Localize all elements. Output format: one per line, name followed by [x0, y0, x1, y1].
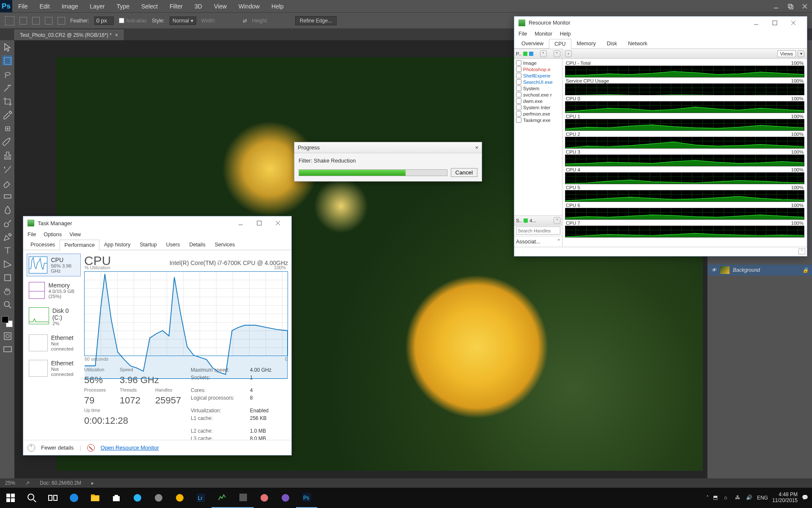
- chevron-down-icon[interactable]: ˅: [798, 248, 805, 254]
- rm-tab-network[interactable]: Network: [623, 39, 653, 48]
- rm-menu-help[interactable]: Help: [560, 31, 571, 37]
- app-icon-3[interactable]: [254, 488, 275, 508]
- tm-card-eth1[interactable]: EthernetNot connected: [27, 357, 81, 380]
- chevron-up-icon[interactable]: ˄: [540, 50, 547, 57]
- rm-tab-memory[interactable]: Memory: [571, 39, 601, 48]
- ps-menu-help[interactable]: Help: [266, 3, 290, 10]
- tool-eraser[interactable]: [2, 177, 12, 188]
- rm-process-checkbox[interactable]: [516, 60, 521, 66]
- color-swatches[interactable]: [2, 316, 13, 327]
- rm-process-checkbox[interactable]: [516, 111, 521, 116]
- rm-minimize-button[interactable]: [747, 17, 765, 29]
- rm-maximize-button[interactable]: [765, 17, 784, 29]
- rm-tab-cpu[interactable]: CPU: [549, 39, 571, 49]
- chevron-down-icon[interactable]: ˅: [554, 217, 560, 224]
- ps-menu-select[interactable]: Select: [135, 3, 164, 10]
- tray-clock[interactable]: 4:48 PM 11/20/2015: [772, 492, 798, 504]
- photoshop-taskbar-icon[interactable]: Ps: [296, 488, 317, 508]
- tool-stamp[interactable]: [2, 150, 12, 160]
- tool-move[interactable]: [2, 42, 12, 52]
- rm-section-services[interactable]: S.. 4... ˅: [514, 215, 562, 226]
- layer-visibility-icon[interactable]: 👁: [711, 267, 717, 273]
- status-flyout-icon[interactable]: ▸: [91, 480, 94, 486]
- tray-icon-1[interactable]: ⬒: [713, 494, 720, 501]
- tool-type[interactable]: [2, 245, 12, 255]
- ps-menu-layer[interactable]: Layer: [84, 3, 111, 10]
- app-icon-1[interactable]: [148, 488, 169, 508]
- tray-icon-2[interactable]: ⌂: [724, 494, 731, 501]
- rm-process-row[interactable]: System Inter: [514, 104, 562, 110]
- app-icon-4[interactable]: [275, 488, 296, 508]
- edge-icon[interactable]: [63, 488, 85, 508]
- rm-process-checkbox[interactable]: [516, 86, 521, 91]
- search-button[interactable]: [21, 488, 42, 508]
- selection-mode-intersect-icon[interactable]: [58, 17, 65, 25]
- tm-close-button[interactable]: [269, 216, 287, 230]
- ps-menu-type[interactable]: Type: [111, 3, 135, 10]
- feather-input[interactable]: [94, 17, 114, 25]
- selection-mode-new-icon[interactable]: [19, 17, 27, 25]
- tool-shape[interactable]: [2, 272, 12, 282]
- chevron-right-icon[interactable]: ›: [565, 50, 572, 57]
- ps-close-button[interactable]: [798, 0, 812, 12]
- selection-mode-subtract-icon[interactable]: [45, 17, 52, 25]
- status-zoom[interactable]: 25%: [5, 480, 15, 486]
- tm-menu-view[interactable]: View: [69, 232, 81, 237]
- rm-scrollbar[interactable]: ˅: [514, 247, 807, 255]
- rm-process-checkbox[interactable]: [516, 73, 521, 78]
- tm-tab-details[interactable]: Details: [184, 239, 210, 250]
- tm-card-disk[interactable]: Disk 0 (C:)2%: [27, 304, 81, 329]
- open-resource-monitor-link[interactable]: Open Resource Monitor: [101, 444, 159, 451]
- selection-mode-add-icon[interactable]: [32, 17, 40, 25]
- tm-maximize-button[interactable]: [250, 216, 269, 230]
- tool-brush[interactable]: [2, 137, 12, 147]
- rm-process-checkbox[interactable]: [516, 92, 521, 97]
- lightroom-icon[interactable]: Lr: [190, 488, 211, 508]
- chevron-down-icon[interactable]: ˅: [554, 50, 560, 57]
- task-manager-taskbar-icon[interactable]: [211, 488, 233, 508]
- tool-gradient[interactable]: [2, 191, 12, 201]
- tool-screenmode[interactable]: [2, 344, 12, 354]
- start-button[interactable]: [0, 488, 21, 508]
- tm-titlebar[interactable]: Task Manager: [23, 216, 291, 230]
- ps-menu-edit[interactable]: Edit: [34, 3, 56, 10]
- rm-process-row[interactable]: svchost.exe r: [514, 91, 562, 98]
- style-dropdown[interactable]: Normal▾: [170, 17, 196, 25]
- rm-process-row[interactable]: ShellExperie: [514, 72, 562, 79]
- rm-process-checkbox[interactable]: [516, 66, 521, 72]
- ie-icon[interactable]: [127, 488, 148, 508]
- rm-process-row[interactable]: System: [514, 85, 562, 91]
- ps-minimize-button[interactable]: [769, 0, 783, 12]
- tm-tab-apphistory[interactable]: App history: [99, 239, 135, 250]
- progress-cancel-button[interactable]: Cancel: [451, 168, 478, 177]
- tm-tab-startup[interactable]: Startup: [135, 239, 161, 250]
- tm-minimize-button[interactable]: [231, 216, 250, 230]
- rm-close-button[interactable]: [784, 17, 803, 29]
- tm-tab-processes[interactable]: Processes: [26, 239, 60, 250]
- ps-menu-file[interactable]: File: [12, 3, 34, 10]
- tool-history-brush[interactable]: [2, 164, 12, 174]
- refine-edge-button[interactable]: Refine Edge...: [295, 16, 337, 25]
- chevron-up-icon[interactable]: ˄: [27, 444, 35, 452]
- tool-lasso[interactable]: [2, 69, 12, 79]
- tray-network-icon[interactable]: 🖧: [735, 494, 742, 501]
- tray-language[interactable]: ENG: [757, 495, 768, 501]
- rm-menu-file[interactable]: File: [518, 31, 527, 37]
- tray-overflow-icon[interactable]: ˄: [706, 495, 709, 501]
- ps-menu-3d[interactable]: 3D: [189, 3, 208, 10]
- tool-zoom[interactable]: [2, 299, 12, 309]
- close-tab-icon[interactable]: ×: [115, 32, 118, 38]
- tool-marquee[interactable]: [2, 55, 12, 66]
- status-export-icon[interactable]: ↗: [25, 480, 30, 486]
- layer-row-background[interactable]: 👁 Background 🔒: [708, 265, 812, 276]
- rm-process-checkbox[interactable]: [516, 117, 521, 123]
- document-tab[interactable]: Test_Photo_03.CR2 @ 25% (RGB/16*) * ×: [14, 30, 123, 40]
- rm-search-input[interactable]: [516, 226, 560, 235]
- tm-tab-services[interactable]: Services: [210, 239, 240, 250]
- rm-process-row[interactable]: dwm.exe: [514, 98, 562, 104]
- ps-menu-view[interactable]: View: [208, 3, 233, 10]
- tool-crop[interactable]: [2, 96, 12, 106]
- app-icon-2[interactable]: [169, 488, 190, 508]
- rm-tab-disk[interactable]: Disk: [601, 39, 623, 48]
- tool-dodge[interactable]: [2, 218, 12, 228]
